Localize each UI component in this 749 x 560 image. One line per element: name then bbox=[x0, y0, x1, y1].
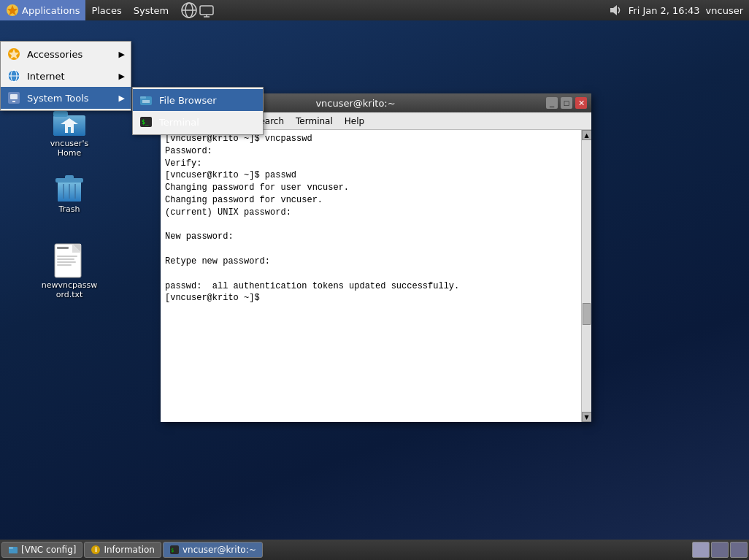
textfile-icon[interactable]: newvncpassword.txt bbox=[37, 239, 102, 302]
svg-rect-18 bbox=[65, 175, 74, 180]
terminal-content[interactable]: [vncuser@krito ~]$ vncpasswd Password: V… bbox=[161, 130, 581, 422]
bottom-panel: [VNC config] i Information $ vncuser@kri… bbox=[0, 540, 749, 560]
menu-accessories[interactable]: Accessories ▶ bbox=[1, 43, 131, 65]
system-tools-icon bbox=[7, 91, 21, 105]
taskbar-info-icon: i bbox=[91, 545, 101, 555]
taskbar-terminal-icon: $ bbox=[169, 545, 180, 555]
menu-system-tools[interactable]: System Tools ▶ File Browser $_ bbox=[1, 87, 131, 109]
svg-rect-27 bbox=[57, 258, 74, 260]
svg-rect-26 bbox=[57, 256, 77, 257]
accessories-icon bbox=[7, 47, 21, 61]
menu-internet[interactable]: Internet ▶ bbox=[1, 65, 131, 87]
terminal-icon: $_ bbox=[139, 115, 153, 129]
svg-text:$_: $_ bbox=[142, 119, 149, 126]
scrollbar-down[interactable]: ▼ bbox=[582, 412, 592, 422]
submenu-terminal[interactable]: $_ Terminal bbox=[133, 111, 263, 133]
svg-rect-11 bbox=[53, 111, 68, 117]
scrollbar-track[interactable] bbox=[582, 140, 591, 412]
network-icon bbox=[180, 1, 198, 19]
window-controls: _ □ ✕ bbox=[546, 97, 587, 109]
svg-rect-28 bbox=[57, 261, 76, 263]
applications-menu: Accessories ▶ Internet ▶ System Tools ▶ bbox=[0, 41, 131, 111]
svg-rect-29 bbox=[57, 264, 72, 266]
close-button[interactable]: ✕ bbox=[575, 97, 587, 109]
maximize-button[interactable]: □ bbox=[561, 97, 572, 109]
taskbar-information[interactable]: i Information bbox=[84, 542, 161, 558]
workspace-pager bbox=[692, 542, 748, 558]
panel-right: Fri Jan 2, 16:43 vncuser bbox=[608, 0, 749, 20]
svg-rect-40 bbox=[140, 96, 146, 99]
svg-text:$: $ bbox=[171, 548, 174, 553]
pager-btn-1[interactable] bbox=[692, 542, 710, 558]
places-menu-btn[interactable]: Places bbox=[85, 0, 127, 20]
trash-folder-icon bbox=[52, 169, 87, 204]
terminal-window: vncuser@krito:~ _ □ ✕ File Edit View Sea… bbox=[161, 93, 591, 422]
submenu-system-tools: File Browser $_ Terminal bbox=[132, 87, 264, 135]
applications-menu-btn[interactable]: Applications bbox=[0, 0, 85, 20]
svg-marker-8 bbox=[610, 5, 617, 15]
menu-help[interactable]: Help bbox=[339, 114, 370, 129]
scrollbar-thumb[interactable] bbox=[583, 303, 591, 325]
scrollbar-up[interactable]: ▲ bbox=[582, 130, 592, 140]
taskbar-folder-icon bbox=[8, 545, 18, 555]
svg-rect-25 bbox=[57, 247, 69, 249]
terminal-scrollbar[interactable]: ▲ ▼ bbox=[581, 130, 591, 422]
svg-rect-37 bbox=[10, 94, 18, 99]
submenu-file-browser[interactable]: File Browser bbox=[133, 89, 263, 111]
terminal-body: [vncuser@krito ~]$ vncpasswd Password: V… bbox=[161, 130, 591, 422]
datetime-label: Fri Jan 2, 16:43 bbox=[629, 5, 700, 16]
applications-icon bbox=[6, 4, 19, 17]
minimize-button[interactable]: _ bbox=[546, 97, 558, 109]
top-panel: Applications Places System Fri Jan 2, 16… bbox=[0, 0, 749, 20]
network2-icon bbox=[198, 1, 215, 19]
system-menu-btn[interactable]: System bbox=[128, 0, 174, 20]
trash-icon[interactable]: Trash bbox=[37, 166, 102, 217]
svg-rect-5 bbox=[200, 6, 213, 15]
text-file-svg bbox=[53, 242, 85, 280]
menu-terminal[interactable]: Terminal bbox=[290, 114, 339, 129]
internet-icon bbox=[7, 69, 21, 83]
username-label: vncuser bbox=[706, 5, 743, 16]
svg-rect-14 bbox=[68, 127, 71, 133]
file-browser-icon bbox=[139, 93, 153, 107]
svg-text:i: i bbox=[95, 546, 97, 553]
pager-btn-3[interactable] bbox=[730, 542, 748, 558]
desktop: vncuser's Home Trash bbox=[0, 20, 749, 540]
svg-rect-46 bbox=[9, 547, 13, 549]
volume-icon[interactable] bbox=[608, 3, 623, 18]
pager-btn-2[interactable] bbox=[711, 542, 729, 558]
taskbar-terminal[interactable]: $ vncuser@krito:~ bbox=[163, 542, 263, 558]
taskbar-vnc-config[interactable]: [VNC config] bbox=[1, 542, 82, 558]
svg-rect-38 bbox=[12, 101, 15, 102]
